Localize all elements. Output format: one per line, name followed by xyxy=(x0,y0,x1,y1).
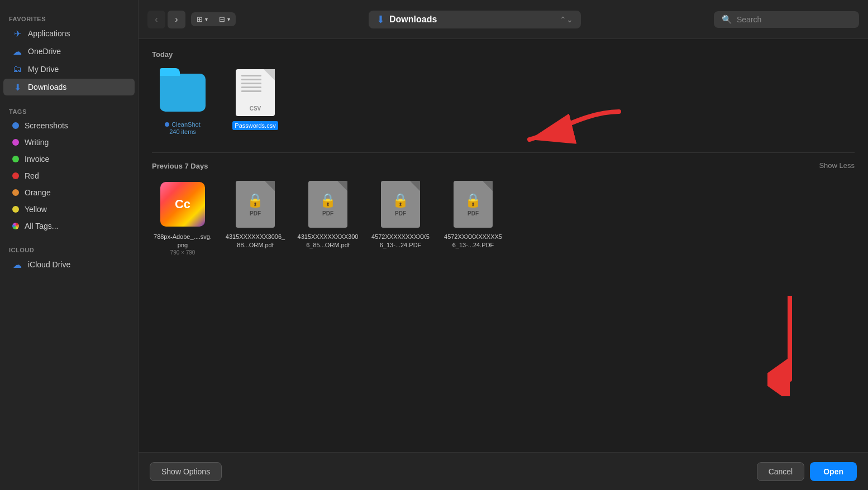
pdf-label: PDF xyxy=(250,210,261,217)
sidebar-item-red[interactable]: Red xyxy=(3,168,135,184)
pdf1-icon-wrap: 🔒 PDF xyxy=(230,179,280,229)
search-icon: 🔍 xyxy=(722,15,732,25)
forward-button[interactable]: › xyxy=(168,11,185,28)
blue-dot xyxy=(12,122,19,129)
location-bar[interactable]: ⬇ Downloads ⌃⌄ xyxy=(369,11,581,28)
sidebar-item-downloads[interactable]: ⬇ Downloads xyxy=(3,79,135,95)
green-dot xyxy=(12,156,19,162)
cleanshot-name: CleanShot xyxy=(171,121,200,128)
sidebar-item-label: Writing xyxy=(25,138,49,147)
pdf-label-4: PDF xyxy=(468,210,479,217)
csv-line-2 xyxy=(241,79,261,80)
location-folder-icon: ⬇ xyxy=(376,13,385,26)
today-section-title: Today xyxy=(152,50,855,59)
sidebar-item-yellow[interactable]: Yellow xyxy=(3,201,135,217)
pdf4-icon-wrap: 🔒 PDF xyxy=(448,179,498,229)
purple-dot xyxy=(12,139,19,146)
pdf1-file-name: 4315XXXXXXX3006_88...ORM.pdf xyxy=(225,233,286,249)
pdf4-file-name: 4572XXXXXXXXXX56_13-...24.PDF xyxy=(442,233,504,249)
location-bar-wrapper: ⬇ Downloads ⌃⌄ xyxy=(241,11,708,28)
yellow-dot xyxy=(12,206,19,213)
pdf2-file-name: 4315XXXXXXXXX3006_85...ORM.pdf xyxy=(297,233,359,249)
view-toggle: ⊞ ▾ ⊟ ▾ xyxy=(191,12,236,26)
adobe-svg-item[interactable]: Cc 788px-Adobe_....svg.png 790 × 790 xyxy=(152,179,213,256)
list-icon: ⊟ xyxy=(219,15,225,23)
adobe-file-name: 788px-Adobe_....svg.png xyxy=(152,233,213,249)
pdf-file-icon-3: 🔒 PDF xyxy=(381,181,420,228)
sidebar-item-all-tags[interactable]: All Tags... xyxy=(3,218,135,234)
lock-icon-2: 🔒 xyxy=(319,193,336,208)
sidebar-item-onedrive[interactable]: ☁ OneDrive xyxy=(3,43,135,60)
passwords-csv-icon-wrap: CSV xyxy=(230,68,280,118)
sidebar-item-label: OneDrive xyxy=(28,47,61,56)
sidebar-item-writing[interactable]: Writing xyxy=(3,134,135,150)
cancel-button[interactable]: Cancel xyxy=(757,462,805,481)
sidebar-item-my-drive[interactable]: 🗂 My Drive xyxy=(3,61,135,78)
pdf3-file-name: 4572XXXXXXXXXX56_13-...24.PDF xyxy=(370,233,431,249)
lock-icon-4: 🔒 xyxy=(465,193,481,208)
csv-file-icon: CSV xyxy=(236,69,275,116)
pdf-file-icon: 🔒 PDF xyxy=(236,181,275,228)
back-button[interactable]: ‹ xyxy=(147,11,165,28)
pdf1-item[interactable]: 🔒 PDF 4315XXXXXXX3006_88...ORM.pdf xyxy=(225,179,286,256)
download-icon: ⬇ xyxy=(12,82,22,92)
adobe-file-sub: 790 × 790 xyxy=(170,249,195,256)
main-panel: ‹ › ⊞ ▾ ⊟ ▾ ⬇ Downloads ⌃⌄ 🔍 xyxy=(139,0,868,490)
list-view-button[interactable]: ⊟ ▾ xyxy=(213,12,236,26)
csv-line-3 xyxy=(241,83,261,84)
csv-type-label: CSV xyxy=(250,105,261,112)
passwords-csv-name: Passwords.csv xyxy=(232,121,278,130)
sidebar-item-invoice[interactable]: Invoice xyxy=(3,151,135,167)
icloud-icon: ☁ xyxy=(12,260,22,270)
csv-line-1 xyxy=(241,75,261,76)
pdf3-item[interactable]: 🔒 PDF 4572XXXXXXXXXX56_13-...24.PDF xyxy=(370,179,431,256)
grid-icon: ⊞ xyxy=(197,15,203,23)
section-divider xyxy=(152,152,855,153)
cleanshot-folder-sub: CleanShot xyxy=(165,121,200,128)
pdf-file-icon-2: 🔒 PDF xyxy=(308,181,347,228)
toolbar: ‹ › ⊞ ▾ ⊟ ▾ ⬇ Downloads ⌃⌄ 🔍 xyxy=(139,0,868,39)
sidebar-item-label: iCloud Drive xyxy=(28,260,70,269)
sidebar-item-label: Downloads xyxy=(28,83,66,92)
passwords-csv-item[interactable]: CSV Passwords.csv xyxy=(225,68,286,136)
cleanshot-folder-item[interactable]: CleanShot 240 items xyxy=(152,68,213,136)
csv-lines xyxy=(241,75,261,94)
show-less-link[interactable]: Show Less xyxy=(819,161,855,170)
today-files-grid: CleanShot 240 items CSV xyxy=(152,68,855,136)
search-input[interactable] xyxy=(737,15,851,24)
pdf-file-icon-4: 🔒 PDF xyxy=(454,181,493,228)
previous-section-title: Previous 7 Days xyxy=(152,162,208,170)
sidebar-item-orange[interactable]: Orange xyxy=(3,185,135,200)
cleanshot-folder-icon-wrap xyxy=(158,68,208,118)
folder-icon xyxy=(160,74,206,112)
sidebar-item-icloud-drive[interactable]: ☁ iCloud Drive xyxy=(3,256,135,273)
show-options-button[interactable]: Show Options xyxy=(150,462,222,481)
nav-buttons: ‹ › xyxy=(147,11,185,28)
sidebar-item-screenshots[interactable]: Screenshots xyxy=(3,118,135,133)
pdf-label-3: PDF xyxy=(395,210,406,217)
bottom-bar: Show Options Cancel Open xyxy=(139,452,868,490)
file-area: Today CleanShot 240 items xyxy=(139,39,868,452)
pdf2-icon-wrap: 🔒 PDF xyxy=(303,179,353,229)
sidebar-item-applications[interactable]: ✈ Applications xyxy=(3,25,135,42)
cloud-icon: ☁ xyxy=(12,46,22,56)
red-dot xyxy=(12,172,19,179)
lock-icon-3: 🔒 xyxy=(392,193,409,208)
sidebar-item-label: Orange xyxy=(25,188,51,197)
cleanshot-sub-label: 240 items xyxy=(169,128,196,136)
sidebar: Favorites ✈ Applications ☁ OneDrive 🗂 My… xyxy=(0,0,139,490)
sidebar-item-label: Red xyxy=(25,171,39,180)
sidebar-item-label: Screenshots xyxy=(25,121,68,130)
pdf-label-2: PDF xyxy=(322,210,333,217)
open-button[interactable]: Open xyxy=(810,462,857,481)
red-arrow-down-annotation xyxy=(767,296,812,396)
pdf4-item[interactable]: 🔒 PDF 4572XXXXXXXXXX56_13-...24.PDF xyxy=(442,179,504,256)
previous-files-grid: Cc 788px-Adobe_....svg.png 790 × 790 🔒 P… xyxy=(152,179,855,256)
chevron-down-icon: ▾ xyxy=(227,16,230,22)
sidebar-item-label: Applications xyxy=(28,29,70,38)
adobe-cc-icon: Cc xyxy=(160,182,205,227)
sidebar-section-tags: Tags xyxy=(0,104,138,117)
icon-view-button[interactable]: ⊞ ▾ xyxy=(191,12,213,26)
pdf2-item[interactable]: 🔒 PDF 4315XXXXXXXXX3006_85...ORM.pdf xyxy=(297,179,359,256)
orange-dot xyxy=(12,189,19,196)
